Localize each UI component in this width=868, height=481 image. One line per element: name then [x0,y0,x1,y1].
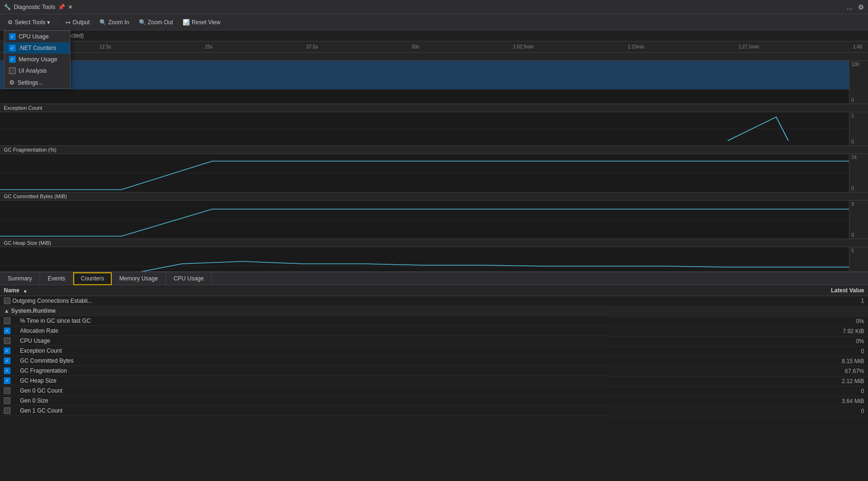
chart-y-labels-memory: 100 0 [849,61,868,104]
ui-analysis-checkbox[interactable] [9,67,16,74]
dropdown-item-memory-usage[interactable]: Memory Usage [4,54,70,65]
ruler-label-7: 1:27.5min [738,44,759,49]
cell-value: 1 [609,296,868,307]
cell-value: 0 [609,346,868,356]
table-row[interactable]: ✓GC Fragmentation67.67% [0,366,868,376]
table-row[interactable]: Outgoing Connections Establi...1 [0,296,868,307]
cpu-usage-checkbox[interactable] [9,33,16,40]
dropdown-item-ui-analysis[interactable]: UI Analysis [4,65,70,77]
charts-area: Memory Usage (counters) 100 0 [0,53,868,271]
close-icon[interactable]: ✕ [68,4,73,10]
row-checkbox[interactable] [4,298,10,304]
cell-name: ▲ System.Runtime [0,306,609,316]
zoom-out-icon: 🔍 [139,19,146,26]
chart-y-labels-gc-frag: 74 0 [849,154,868,192]
cell-value [609,306,868,316]
gc-committed-chart-svg [0,201,849,239]
tab-counters[interactable]: Counters [73,272,112,285]
row-checkbox[interactable] [4,387,10,394]
zoom-in-button[interactable]: 🔍 Zoom In [96,18,133,27]
cell-value: 0% [609,336,868,346]
ruler-label-3: 37.5s [306,44,318,49]
row-checkbox[interactable] [4,397,10,404]
chart-exception-count: Exception Count 1 0 [0,104,868,146]
toolbar: ⚙ Select Tools ▾ ↦ Output 🔍 Zoom In 🔍 Zo… [0,14,868,30]
ruler-label-2: 25s [205,44,213,49]
pin-icon[interactable]: 📌 [58,4,65,10]
output-button[interactable]: ↦ Output [62,18,93,27]
tab-cpu-usage[interactable]: CPU Usage [166,272,212,285]
table-row[interactable]: Gen 0 Size3.64 MiB [0,396,868,406]
zoom-in-icon: 🔍 [99,19,107,26]
row-checkbox[interactable]: ✓ [4,347,10,354]
row-checkbox[interactable]: ✓ [4,367,10,374]
select-tools-dropdown: CPU Usage .NET Counters Memory Usage UI … [4,30,70,89]
main-content: 39 minutes (1:39 min selected) 12.5s 25s… [0,30,868,481]
table-row[interactable]: ✓Allocation Rate7.92 KiB [0,326,868,336]
tab-summary[interactable]: Summary [0,272,40,285]
row-checkbox[interactable] [4,317,10,324]
cpu-usage-label: CPU Usage [19,33,49,40]
ellipsis-icon[interactable]: ... [847,3,852,11]
table-row[interactable]: ✓Exception Count0 [0,346,868,356]
col-name-header[interactable]: Name ▲ [0,285,609,296]
title-bar: 🔧 Diagnostic Tools 📌 ✕ ... ⚙ [0,0,868,14]
reset-icon: 📊 [183,19,190,26]
tab-memory-usage[interactable]: Memory Usage [112,272,166,285]
toolbar-separator-1 [58,18,58,27]
ruler-label-4: 50s [412,44,419,49]
chart-y-labels-gc-heap: 5 0 [849,247,868,271]
chart-title-exception: Exception Count [0,104,868,112]
cell-value: 0 [609,406,868,416]
cell-name: ✓Allocation Rate [0,326,609,336]
exception-chart-svg [0,112,849,145]
cell-name: ✓GC Heap Size [0,376,609,386]
memory-usage-checkbox[interactable] [9,56,16,63]
diagnostic-tools-icon: 🔧 [4,4,11,10]
memory-usage-label: Memory Usage [19,56,57,63]
col-value-header[interactable]: Latest Value [609,285,868,296]
table-row[interactable]: CPU Usage0% [0,336,868,346]
cell-name: Outgoing Connections Establi... [0,296,609,306]
row-checkbox[interactable]: ✓ [4,357,10,364]
ruler-label-8: 1:40 [853,44,862,49]
reset-view-button[interactable]: 📊 Reset View [179,18,224,27]
table-row[interactable]: ▲ System.Runtime [0,306,868,316]
cell-name: ✓GC Committed Bytes [0,356,609,366]
row-checkbox[interactable]: ✓ [4,327,10,334]
gc-heap-chart-svg [0,247,849,271]
table-row[interactable]: Gen 1 GC Count0 [0,406,868,416]
row-checkbox[interactable] [4,337,10,344]
ruler-label-1: 12.5s [99,44,111,49]
chart-y-labels-gc-committed: 9 0 [849,201,868,239]
cell-name: ✓Exception Count [0,346,609,356]
table-row[interactable]: % Time in GC since last GC0% [0,316,868,326]
table-row[interactable]: Gen 0 GC Count0 [0,386,868,396]
cell-value: 8.15 MiB [609,356,868,366]
chart-title-gc-frag: GC Fragmentation (%) [0,146,868,154]
chart-title-memory: Memory Usage (counters) [0,53,868,61]
sort-arrow-name: ▲ [23,288,28,293]
chart-y-labels-exception: 1 0 [849,112,868,145]
settings-icon[interactable]: ⚙ [858,3,864,11]
chart-gc-fragmentation: GC Fragmentation (%) 74 0 [0,146,868,192]
table-row[interactable]: ✓GC Committed Bytes8.15 MiB [0,356,868,366]
row-checkbox[interactable] [4,407,10,414]
counters-table: Name ▲ Latest Value Outgoing Connections… [0,285,868,416]
chart-memory-usage: Memory Usage (counters) 100 0 [0,53,868,104]
tab-events[interactable]: Events [40,272,73,285]
cell-value: 7.92 KiB [609,326,868,336]
net-counters-checkbox[interactable] [9,45,16,51]
settings-icon-item: ⚙ [9,79,15,86]
ruler-label-6: 1:15min [628,44,645,49]
timeline-header: 39 minutes (1:39 min selected) [0,30,868,41]
dropdown-item-settings[interactable]: ⚙ Settings... [4,77,70,88]
title-bar-title: Diagnostic Tools [14,4,55,10]
zoom-out-button[interactable]: 🔍 Zoom Out [135,18,177,27]
table-row[interactable]: ✓GC Heap Size2.12 MiB [0,376,868,386]
select-tools-button[interactable]: ⚙ Select Tools ▾ [4,18,54,27]
output-icon: ↦ [66,19,70,26]
dropdown-item-net-counters[interactable]: .NET Counters [4,42,70,54]
dropdown-item-cpu-usage[interactable]: CPU Usage [4,31,70,42]
row-checkbox[interactable]: ✓ [4,377,10,384]
